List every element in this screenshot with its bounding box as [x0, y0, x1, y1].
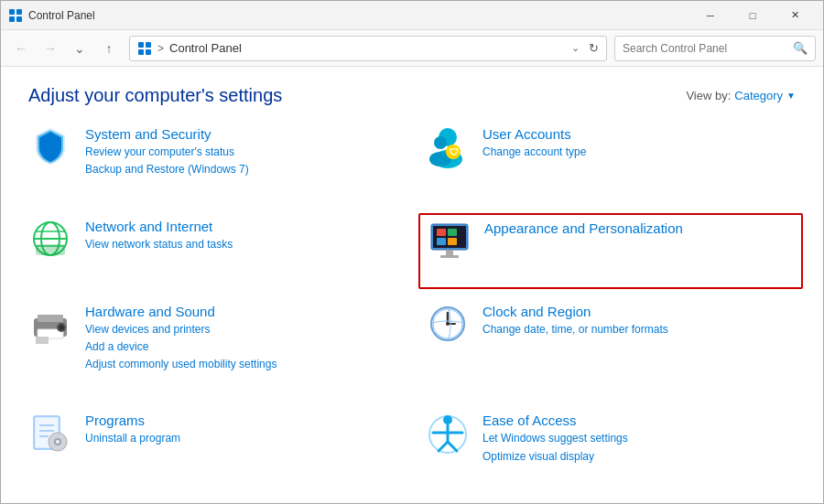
- network-internet-content: Network and Internet View network status…: [85, 217, 398, 253]
- view-by-control: View by: Category ▼: [686, 89, 796, 102]
- svg-point-38: [446, 322, 450, 326]
- svg-point-46: [56, 440, 60, 444]
- hardware-sound-link-1[interactable]: View devices and printers: [85, 321, 398, 338]
- toolbar: ← → ⌄ ↑ > Control Panel ⌄ ↻ 🔍: [1, 30, 823, 67]
- search-input[interactable]: [623, 42, 789, 55]
- system-security-title[interactable]: System and Security: [85, 126, 211, 142]
- clock-region-icon: [426, 302, 470, 346]
- user-accounts-link-1[interactable]: Change account type: [482, 144, 796, 161]
- svg-rect-2: [9, 16, 15, 22]
- minimize-button[interactable]: ─: [689, 1, 732, 30]
- up-button[interactable]: ↑: [96, 36, 122, 61]
- forward-button[interactable]: →: [38, 36, 63, 61]
- category-ease-of-access[interactable]: Ease of Access Let Windows suggest setti…: [426, 411, 796, 487]
- main-content: Adjust your computer's settings View by:…: [1, 67, 823, 504]
- user-accounts-title[interactable]: User Accounts: [482, 126, 571, 142]
- categories-grid: System and Security Review your computer…: [28, 124, 796, 487]
- address-path: Control Panel: [169, 41, 562, 55]
- hardware-sound-link-3[interactable]: Adjust commonly used mobility settings: [85, 356, 398, 373]
- programs-icon: [28, 411, 72, 455]
- svg-rect-0: [9, 9, 15, 15]
- category-programs[interactable]: Programs Uninstall a program: [28, 411, 398, 487]
- svg-point-32: [59, 325, 64, 330]
- address-chevron-icon: ⌄: [571, 42, 580, 54]
- clock-region-content: Clock and Region Change date, time, or n…: [482, 302, 796, 338]
- back-button[interactable]: ←: [8, 36, 34, 61]
- svg-line-51: [448, 442, 457, 451]
- svg-rect-4: [138, 42, 144, 48]
- address-icon: [137, 41, 152, 56]
- programs-title[interactable]: Programs: [85, 413, 145, 428]
- svg-rect-3: [16, 16, 22, 22]
- system-security-link-1[interactable]: Review your computer's status: [85, 144, 398, 161]
- category-network-internet[interactable]: Network and Internet View network status…: [28, 217, 398, 285]
- address-bar[interactable]: > Control Panel ⌄ ↻: [129, 36, 607, 61]
- ease-of-access-icon: [426, 411, 470, 455]
- ease-of-access-title[interactable]: Ease of Access: [482, 413, 577, 428]
- ease-of-access-content: Ease of Access Let Windows suggest setti…: [482, 411, 796, 465]
- category-hardware-sound[interactable]: Hardware and Sound View devices and prin…: [28, 302, 398, 395]
- svg-text:🛡: 🛡: [450, 147, 459, 157]
- svg-rect-1: [16, 9, 22, 15]
- network-internet-icon: [28, 217, 72, 261]
- user-accounts-content: User Accounts Change account type: [482, 124, 796, 161]
- titlebar-controls: ─ □ ✕: [689, 1, 816, 30]
- svg-rect-6: [138, 49, 144, 55]
- system-security-content: System and Security Review your computer…: [85, 124, 398, 178]
- search-icon[interactable]: 🔍: [793, 41, 808, 55]
- search-box[interactable]: 🔍: [614, 36, 816, 61]
- category-appearance-personalization[interactable]: Appearance and Personalization: [418, 213, 803, 289]
- appearance-personalization-icon: [428, 219, 472, 263]
- network-internet-title[interactable]: Network and Internet: [85, 219, 212, 234]
- system-security-link-2[interactable]: Backup and Restore (Windows 7): [85, 161, 398, 178]
- page-title: Adjust your computer's settings: [28, 85, 282, 106]
- view-by-value[interactable]: Category: [734, 89, 783, 102]
- appearance-personalization-content: Appearance and Personalization: [484, 219, 794, 238]
- hardware-sound-content: Hardware and Sound View devices and prin…: [85, 302, 398, 374]
- maximize-button[interactable]: □: [732, 1, 774, 30]
- system-security-icon: [28, 124, 72, 168]
- svg-rect-24: [437, 238, 446, 245]
- hardware-sound-title[interactable]: Hardware and Sound: [85, 304, 215, 319]
- category-clock-region[interactable]: Clock and Region Change date, time, or n…: [426, 302, 796, 395]
- ease-of-access-link-1[interactable]: Let Windows suggest settings: [482, 430, 796, 447]
- svg-rect-5: [146, 42, 151, 48]
- view-by-chevron-icon[interactable]: ▼: [786, 91, 796, 101]
- view-by-label: View by:: [686, 89, 731, 102]
- svg-rect-23: [448, 229, 457, 236]
- svg-rect-22: [437, 229, 446, 236]
- programs-link-1[interactable]: Uninstall a program: [85, 430, 398, 447]
- category-system-security[interactable]: System and Security Review your computer…: [28, 124, 398, 200]
- category-user-accounts[interactable]: 🛡 User Accounts Change account type: [426, 124, 796, 200]
- network-internet-link-1[interactable]: View network status and tasks: [85, 236, 398, 253]
- titlebar: Control Panel ─ □ ✕: [1, 1, 823, 30]
- svg-rect-29: [38, 315, 63, 322]
- svg-rect-26: [446, 250, 453, 255]
- address-separator: >: [157, 42, 164, 55]
- clock-region-link-1[interactable]: Change date, time, or number formats: [482, 321, 796, 338]
- close-button[interactable]: ✕: [774, 1, 816, 30]
- svg-rect-7: [146, 49, 151, 55]
- svg-point-10: [434, 136, 447, 149]
- refresh-button[interactable]: ↻: [589, 41, 599, 55]
- svg-rect-27: [440, 255, 459, 258]
- svg-rect-25: [448, 238, 457, 245]
- clock-region-title[interactable]: Clock and Region: [482, 304, 591, 319]
- recent-locations-button[interactable]: ⌄: [67, 36, 92, 61]
- appearance-personalization-title[interactable]: Appearance and Personalization: [484, 220, 683, 236]
- programs-content: Programs Uninstall a program: [85, 411, 398, 447]
- svg-rect-33: [36, 337, 49, 344]
- hardware-sound-icon: [28, 302, 72, 346]
- user-accounts-icon: 🛡: [426, 124, 470, 168]
- page-header: Adjust your computer's settings View by:…: [28, 85, 796, 106]
- titlebar-icon: [8, 8, 23, 23]
- hardware-sound-link-2[interactable]: Add a device: [85, 338, 398, 356]
- ease-of-access-link-2[interactable]: Optimize visual display: [482, 448, 796, 466]
- svg-rect-19: [36, 244, 65, 255]
- titlebar-title: Control Panel: [28, 9, 689, 22]
- svg-line-50: [439, 442, 448, 451]
